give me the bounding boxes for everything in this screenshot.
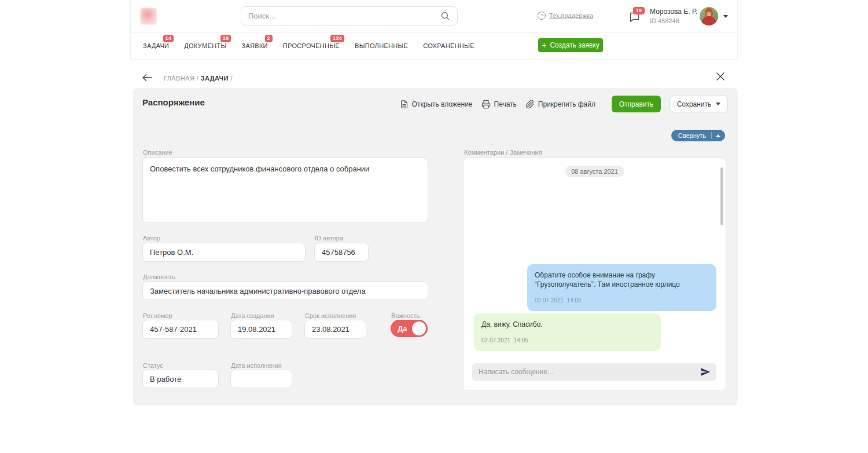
paperclip-icon [525,100,535,109]
message-time: 02.07.2021 14:05 [535,297,709,305]
send-button[interactable]: Отправить [612,96,661,112]
breadcrumb: ГЛАВНАЯ / ЗАДАЧИ / [164,75,233,82]
tab-label: ПРОСРОЧЕННЫЕ [283,42,340,49]
tab-tasks-badge: 14 [163,35,174,42]
message-input-row [472,363,716,381]
save-label: Сохранить [677,100,712,108]
tab-label: СОХРАНЁННЫЕ [423,42,475,49]
support-label: Тех.поддержка [549,12,593,19]
page: ? Тех.поддержка 19 Морозова Е. Р. ID 458… [0,0,868,453]
breadcrumb-home[interactable]: ГЛАВНАЯ [164,75,194,82]
printer-icon [481,100,491,109]
toggle-knob [412,322,426,335]
nav-tabs: ЗАДАЧИ14 ДОКУМЕНТЫ19 ЗАЯВКИ2 ПРОСРОЧЕННЫ… [131,32,737,59]
search-input[interactable] [248,12,440,20]
tab-overdue[interactable]: ПРОСРОЧЕННЫЕ124 [283,42,340,49]
tab-documents-badge: 19 [220,35,231,42]
author-input[interactable] [142,243,306,262]
question-icon: ? [538,12,546,20]
app-logo[interactable] [140,8,157,25]
search-icon[interactable] [440,11,450,21]
created-date-input[interactable] [230,320,292,339]
tab-overdue-badge: 124 [330,35,344,42]
message-input[interactable] [479,368,699,376]
tab-saved[interactable]: СОХРАНЁННЫЕ [423,42,475,49]
breadcrumb-row: ГЛАВНАЯ / ЗАДАЧИ / [130,70,738,87]
logo-image [140,8,157,25]
document-card: Распоряжение Открыть вложение Печать При… [133,88,738,405]
message-text: Обратите особое внимание на графу “Грузо… [535,271,709,289]
message-incoming: Обратите особое внимание на графу “Грузо… [527,264,716,311]
document-actions: Открыть вложение Печать Прикрепить файл … [400,96,728,112]
reg-number-label: Рег.номер [143,312,172,319]
send-message-button[interactable] [699,366,712,378]
chevron-up-icon [716,134,720,137]
send-icon [700,367,711,377]
header: ? Тех.поддержка 19 Морозова Е. Р. ID 458… [131,0,737,32]
importance-toggle[interactable]: Да [391,320,428,337]
tab-requests[interactable]: ЗАЯВКИ2 [241,42,267,49]
open-attachment-button[interactable]: Открыть вложение [400,100,473,109]
user-id: ID 458248 [650,17,697,24]
create-request-button[interactable]: + Создать заявку [538,38,603,52]
page-title: Распоряжение [142,97,205,107]
created-date-label: Дата создания [231,312,274,319]
comments-label: Комментарии / Замечания [464,149,542,156]
attach-file-button[interactable]: Прикрепить файл [525,100,595,109]
breadcrumb-current: ЗАДАЧИ [201,75,229,82]
tab-label: ЗАЯВКИ [241,42,267,49]
tab-tasks[interactable]: ЗАДАЧИ14 [143,42,169,49]
completed-date-input[interactable] [230,370,292,388]
user-info[interactable]: Морозова Е. Р. ID 458248 [650,8,697,24]
scrollbar-thumb[interactable] [720,167,723,225]
description-textarea[interactable]: Оповестить всех сотрудников финансового … [142,158,428,223]
support-link[interactable]: ? Тех.поддержка [538,12,593,20]
tab-label: ЗАДАЧИ [143,42,169,49]
avatar[interactable] [700,7,718,25]
status-input[interactable] [142,370,219,388]
reg-number-input[interactable] [142,320,219,339]
close-icon[interactable] [716,72,725,81]
importance-label: Важность [391,312,420,319]
breadcrumb-separator: / [230,75,232,82]
message-text: Да, вижу. Спасибо. [481,320,653,329]
status-label: Статус [143,362,163,369]
importance-value: Да [398,324,407,333]
search-box[interactable] [241,6,458,25]
completed-date-label: Дата исполнения [231,362,282,369]
open-attachment-label: Открыть вложение [412,100,473,108]
print-label: Печать [494,100,517,108]
comments-panel: 08 августа 2021 Обратите особое внимание… [463,158,726,391]
collapse-button[interactable]: Свернуть [671,130,725,141]
save-button[interactable]: Сохранить [670,96,728,112]
tab-documents[interactable]: ДОКУМЕНТЫ19 [184,42,226,49]
content-column: ? Тех.поддержка 19 Морозова Е. Р. ID 458… [130,0,738,453]
plus-icon: + [542,41,546,49]
user-menu-caret-icon[interactable] [723,15,728,18]
top-block: ? Тех.поддержка 19 Морозова Е. Р. ID 458… [130,0,738,60]
tab-completed[interactable]: ВЫПОЛНЕННЫЕ [355,42,408,49]
author-id-input[interactable] [314,243,369,262]
attach-file-label: Прикрепить файл [538,100,595,108]
author-label: Автор [143,235,160,242]
message-outgoing: Да, вижу. Спасибо. 02.07.2021 14:05 [474,313,661,351]
collapse-label: Свернуть [678,132,706,139]
chevron-down-icon [716,103,720,105]
file-icon [400,100,409,109]
tab-label: ВЫПОЛНЕННЫЕ [355,42,408,49]
date-divider: 08 августа 2021 [565,166,624,177]
notifications-button[interactable]: 19 [628,10,643,25]
tab-label: ДОКУМЕНТЫ [184,42,226,49]
collapse-divider [711,132,712,139]
user-name: Морозова Е. Р. [650,8,697,16]
create-request-label: Создать заявку [550,41,599,49]
description-label: Описание [143,149,172,156]
due-date-input[interactable] [304,320,366,339]
position-input[interactable] [142,282,428,300]
back-arrow-icon[interactable] [142,73,152,82]
author-id-label: ID автора [315,235,343,242]
print-button[interactable]: Печать [481,100,517,109]
breadcrumb-separator: / [197,75,198,82]
message-time: 02.07.2021 14:05 [481,337,653,345]
due-date-label: Срок исполнения [305,312,356,319]
